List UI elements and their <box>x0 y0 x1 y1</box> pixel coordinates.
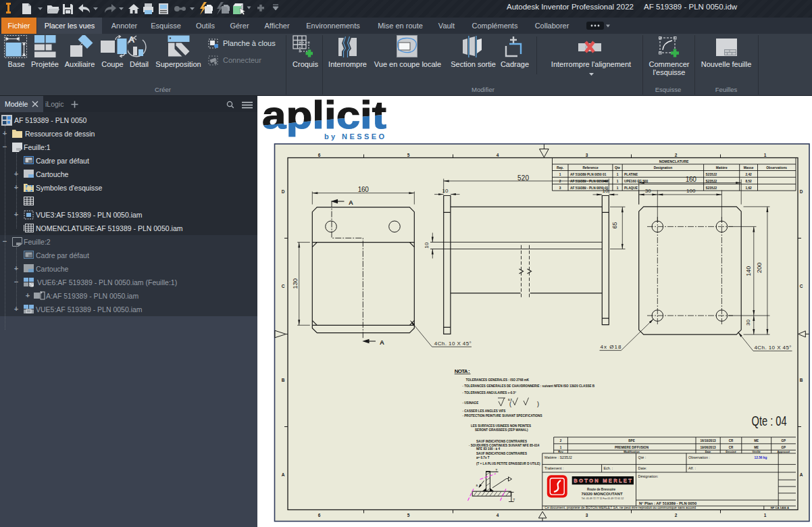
svg-text:A: A <box>128 35 135 45</box>
svg-text:· SOUDURES CONTINUES SUIVANT N: · SOUDURES CONTINUES SUIVANT NFE 85-014 <box>469 444 540 447</box>
svg-text:Traitement :: Traitement : <box>544 466 564 470</box>
svg-text:1: 1 <box>764 513 767 518</box>
svg-text:2: 2 <box>675 513 678 518</box>
svg-text:Observation :: Observation : <box>688 455 710 459</box>
svg-text:BPE: BPE <box>628 439 634 443</box>
svg-text:A: A <box>282 472 285 477</box>
svg-text:1: 1 <box>559 173 561 176</box>
svg-text:520: 520 <box>517 174 529 182</box>
svg-text:A: A <box>380 338 384 346</box>
svg-text:4Ch. 10 X 45°: 4Ch. 10 X 45° <box>755 345 792 351</box>
svg-text:NFE 83 100 : à 4: NFE 83 100 : à 4 <box>476 447 500 451</box>
svg-text:19/06/2013: 19/06/2013 <box>701 446 716 449</box>
svg-text:· CASSER LES ANGLES VIFS: · CASSER LES ANGLES VIFS <box>463 409 506 413</box>
svg-text:Masse: Masse <box>744 166 754 170</box>
svg-text:2,42: 2,42 <box>745 173 752 176</box>
svg-text:NOTA :: NOTA : <box>455 368 470 374</box>
svg-text:2: 2 <box>675 153 678 157</box>
svg-text:T: T <box>513 499 515 502</box>
svg-text:PREMIERE DIFFUSION: PREMIERE DIFFUSION <box>615 446 649 449</box>
svg-text:S235J2: S235J2 <box>706 180 717 183</box>
svg-text:· TOLERANCES ANGULAIRES +-0.5: · TOLERANCES ANGULAIRES +-0.5° <box>463 391 517 395</box>
svg-text:Reference: Reference <box>582 166 599 170</box>
svg-text:CR: CR <box>729 446 734 449</box>
svg-text:S235J2: S235J2 <box>706 173 717 176</box>
svg-text:130: 130 <box>291 278 299 289</box>
svg-text:Qté :: Qté : <box>638 455 646 459</box>
svg-text:(: ( <box>509 401 511 407</box>
svg-text:Qte : 04: Qte : 04 <box>752 413 787 428</box>
svg-text:8,52: 8,52 <box>745 180 752 183</box>
svg-text:a= 0.7x T: a= 0.7x T <box>476 456 490 459</box>
svg-text:1: 1 <box>560 446 562 449</box>
svg-text:160: 160 <box>686 176 696 183</box>
svg-text:Approuvé: Approuvé <box>777 450 790 453</box>
svg-text:Date: Date <box>705 450 711 453</box>
svg-text:3: 3 <box>586 513 588 518</box>
svg-text:Aff. :: Aff. : <box>688 466 696 470</box>
svg-text:TOLERANCES GENERALES : ISO 276: TOLERANCES GENERALES : ISO 2768 mK <box>466 378 530 382</box>
svg-text:· TOLERANCES GENERALES DE CHAU: · TOLERANCES GENERALES DE CHAUDRONNERIE … <box>463 384 595 388</box>
svg-text:SAUF INDICATIONS CONTRAIRES: SAUF INDICATIONS CONTRAIRES <box>476 452 527 455</box>
svg-text:65: 65 <box>611 222 618 229</box>
svg-text:1: 1 <box>617 186 619 190</box>
svg-text:Tél. 05 49 72 77 11 Fax: Tél. 05 49 72 77 11 Fax 05 49 72 61 12 <box>582 497 624 500</box>
svg-text:79320 MONCOUTANT: 79320 MONCOUTANT <box>581 492 623 496</box>
svg-text:3: 3 <box>586 153 588 157</box>
svg-text:AF 519389 - PLN 0050-01: AF 519389 - PLN 0050-01 <box>570 186 609 190</box>
svg-text:A: A <box>800 472 803 477</box>
svg-text:C: C <box>800 284 803 288</box>
svg-text:160: 160 <box>358 186 369 193</box>
svg-text:Rev: Rev <box>558 450 563 453</box>
svg-text:Matière : S235J2: Matière : S235J2 <box>544 455 572 459</box>
svg-text:CR: CR <box>729 439 734 443</box>
svg-text:· PROTECTION PEINTURE SUIVANT: · PROTECTION PEINTURE SUIVANT SPECIFICAT… <box>463 414 542 418</box>
svg-text:BOTON MERLET: BOTON MERLET <box>574 478 632 484</box>
svg-text:1: 1 <box>617 180 619 183</box>
svg-text:Designation: Designation <box>654 166 673 170</box>
svg-text:5: 5 <box>407 153 410 157</box>
svg-text:UPE160 LG 500: UPE160 LG 500 <box>624 180 649 183</box>
svg-text:200: 200 <box>755 262 763 273</box>
svg-text:NOMENCLATURE: NOMENCLATURE <box>659 159 689 164</box>
svg-text:Matière: Matière <box>716 166 728 170</box>
svg-text:ME: ME <box>754 439 759 443</box>
svg-text:16/10/2013: 16/10/2013 <box>701 439 716 443</box>
svg-text:1: 1 <box>764 153 767 157</box>
svg-text:ME: ME <box>754 446 759 449</box>
svg-text:C: C <box>282 284 285 288</box>
svg-text:GP: GP <box>781 439 786 443</box>
svg-text:10: 10 <box>424 242 430 248</box>
svg-text:2: 2 <box>560 439 562 443</box>
svg-text:AF 519389 - PLN 0050-02: AF 519389 - PLN 0050-02 <box>570 180 609 183</box>
svg-text:A: A <box>349 199 353 206</box>
svg-text:PLAQUE: PLAQUE <box>624 186 638 190</box>
svg-text:1: 1 <box>617 173 619 176</box>
svg-text:4x Ø18: 4x Ø18 <box>601 344 622 350</box>
svg-text:Désignation:: Désignation: <box>638 474 659 478</box>
svg-text:2: 2 <box>559 180 561 183</box>
svg-text:N° Plan : AF 519389 - PLN 0050: N° Plan : AF 519389 - PLN 0050 <box>639 501 696 505</box>
svg-text:1,62: 1,62 <box>745 186 752 190</box>
svg-text:5: 5 <box>407 513 410 518</box>
svg-text:Qte: Qte <box>615 166 620 170</box>
svg-text:B: B <box>800 378 803 382</box>
svg-text:6: 6 <box>318 513 321 518</box>
svg-text:B: B <box>282 378 285 382</box>
svg-text:10: 10 <box>442 188 449 194</box>
svg-text:Date:: Date: <box>638 466 647 470</box>
svg-text:12.56 kg: 12.56 kg <box>755 456 767 459</box>
svg-text:SERONT GRAISSEES (ZEP WANAL): SERONT GRAISSEES (ZEP WANAL) <box>475 428 528 432</box>
svg-text:Ce document, propriété de BOTO: Ce document, propriété de BOTON MERLET S… <box>544 505 696 509</box>
svg-text:3: 3 <box>559 186 561 190</box>
svg-text:D: D <box>282 189 285 194</box>
svg-text:Dessiné: Dessiné <box>726 450 736 453</box>
svg-text:30: 30 <box>745 320 751 326</box>
svg-text:Modification: Modification <box>624 450 640 453</box>
svg-text:140: 140 <box>745 266 752 276</box>
svg-text:AF 519389 PLN 0050 01: AF 519389 PLN 0050 01 <box>570 173 607 176</box>
svg-text:Rep.: Rep. <box>557 166 563 170</box>
svg-text:6: 6 <box>318 153 321 157</box>
svg-text:Ech. :: Ech. : <box>604 466 613 470</box>
svg-text:Route de Bressuire: Route de Bressuire <box>587 488 616 491</box>
